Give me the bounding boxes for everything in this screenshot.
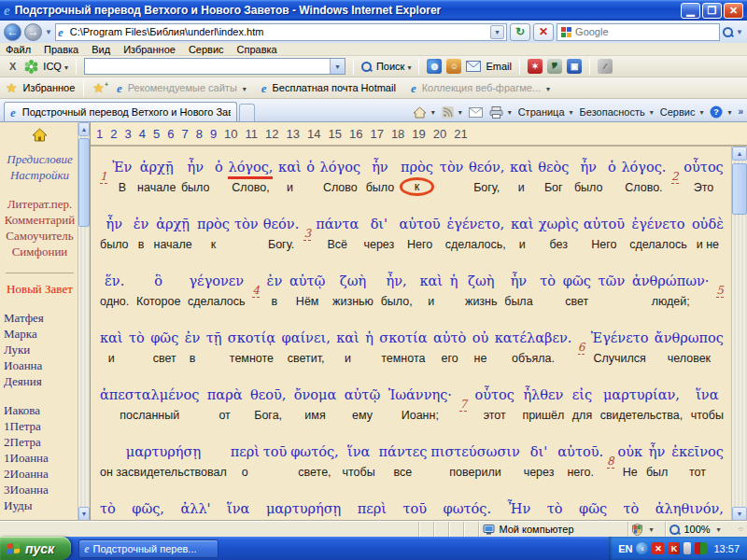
search-icon[interactable] <box>723 27 733 37</box>
sidebar-link[interactable]: Деяния <box>4 373 76 389</box>
sidebar-scrollbar[interactable]: ▲ ▼ <box>78 122 90 521</box>
sidebar-link[interactable]: Иакова <box>4 402 76 418</box>
scroll-down-icon[interactable]: ▼ <box>78 507 90 521</box>
favorites-link[interactable]: eКоллекция веб-фрагме... <box>408 82 553 94</box>
favorites-star-icon[interactable]: ★ <box>6 80 18 95</box>
sidebar-link[interactable]: Предисловие <box>4 151 76 167</box>
email-icon[interactable] <box>466 61 481 72</box>
menu-item[interactable]: Избранное <box>123 44 176 55</box>
add-favorite-icon[interactable]: ★+ <box>92 80 108 95</box>
start-button[interactable]: пуск <box>0 537 71 560</box>
verse-number-link[interactable]: 2 <box>671 170 679 184</box>
chapter-link[interactable]: 11 <box>246 127 259 141</box>
tray-circle-arrow-icon[interactable]: ‹ <box>636 542 648 554</box>
chapter-link[interactable]: 10 <box>224 127 237 141</box>
sidebar-link[interactable]: Комментарий <box>4 212 76 228</box>
email-button[interactable]: Email <box>486 61 512 72</box>
tray-antivirus-icon[interactable]: K <box>668 542 680 554</box>
sidebar-link[interactable]: 1Петра <box>4 418 76 434</box>
main-scroll-track[interactable] <box>732 161 747 507</box>
page-menu-button[interactable]: Страница <box>518 106 573 118</box>
scroll-up-icon[interactable]: ▲ <box>732 147 747 161</box>
chapter-link[interactable]: 6 <box>167 127 174 141</box>
favorites-link[interactable]: eБесплатная почта Hotmail <box>259 82 399 94</box>
taskbar-task-button[interactable]: e Подстрочный перев... <box>78 539 218 558</box>
back-button[interactable]: ← <box>4 23 21 41</box>
stop-button[interactable]: ✕ <box>533 23 554 41</box>
sidebar-link[interactable]: Марка <box>4 326 76 342</box>
chapter-link[interactable]: 18 <box>391 127 404 141</box>
sidebar-link[interactable]: Матфея <box>4 310 76 326</box>
chapter-link[interactable]: 13 <box>287 127 300 141</box>
search-input[interactable] <box>575 26 716 37</box>
sidebar-link[interactable]: Новый Завет <box>4 281 76 297</box>
tray-red-green-icon[interactable] <box>695 542 707 554</box>
verse-number-link[interactable]: 5 <box>716 284 724 298</box>
verse-number-link[interactable]: 7 <box>459 398 467 412</box>
minimize-button[interactable]: ▁ <box>681 3 700 19</box>
chapter-link[interactable]: 4 <box>139 127 146 141</box>
close-button[interactable]: ✕ <box>724 3 743 19</box>
sidebar-scroll-thumb[interactable] <box>78 138 90 227</box>
combo-dropdown-icon[interactable]: ▼ <box>330 59 345 74</box>
verse-number-link[interactable]: 3 <box>303 227 311 241</box>
chapter-link[interactable]: 19 <box>412 127 425 141</box>
read-mail-button[interactable] <box>469 107 483 118</box>
verse-number-link[interactable]: 1 <box>100 170 107 184</box>
main-scroll-thumb[interactable] <box>732 163 747 215</box>
sidebar-link[interactable]: Луки <box>4 342 76 357</box>
sidebar-link[interactable]: Симфонии <box>4 244 76 259</box>
menu-item[interactable]: Сервис <box>189 44 224 55</box>
chapter-link[interactable]: 15 <box>328 127 341 141</box>
security-menu-button[interactable]: Безопасность <box>580 106 654 118</box>
sidebar-link[interactable]: 3Иоанна <box>4 482 76 497</box>
tools-menu-button[interactable]: Сервис <box>660 106 704 118</box>
chapter-link[interactable]: 8 <box>196 127 203 141</box>
zipper-icon[interactable]: ⁄ <box>598 59 613 74</box>
menu-item[interactable]: Справка <box>237 44 277 55</box>
history-dropdown-icon[interactable]: ▼ <box>45 28 52 36</box>
favorites-link[interactable]: eРекомендуемые сайты <box>114 82 249 94</box>
language-indicator[interactable]: EN <box>618 543 632 554</box>
xtraz-icon[interactable]: ✶ <box>528 59 543 74</box>
sidebar-link[interactable]: Настройки <box>4 167 76 183</box>
people-search-icon[interactable]: ☺ <box>446 59 461 74</box>
chapter-link[interactable]: 16 <box>349 127 362 141</box>
chapter-link[interactable]: 17 <box>370 127 383 141</box>
web-globe-icon[interactable]: ◍ <box>427 59 442 74</box>
menu-item[interactable]: Файл <box>6 44 31 55</box>
sidebar-link[interactable]: Иуды <box>4 497 76 513</box>
sidebar-link[interactable]: Иоанна <box>4 357 76 373</box>
sidebar-home-icon[interactable] <box>32 128 48 142</box>
address-field[interactable]: e C:\Program Files\Библия\underl\index.h… <box>55 23 507 41</box>
toolbar-overflow-icon[interactable]: » <box>738 106 743 117</box>
menu-item[interactable]: Правка <box>44 44 78 55</box>
chapter-link[interactable]: 3 <box>124 127 131 141</box>
search-dropdown-icon[interactable]: ▼ <box>736 28 743 36</box>
tray-battery-icon[interactable] <box>684 542 691 554</box>
chapter-link[interactable]: 14 <box>307 127 320 141</box>
sidebar-link[interactable]: 2Иоанна <box>4 466 76 482</box>
menu-item[interactable]: Вид <box>92 44 110 55</box>
tray-red-x-icon[interactable]: ✕ <box>652 542 664 554</box>
scroll-up-icon[interactable]: ▲ <box>78 122 90 136</box>
new-tab-stub[interactable] <box>239 104 255 121</box>
feeds-button[interactable] <box>442 106 462 119</box>
verse-number-link[interactable]: 6 <box>578 341 585 355</box>
chapter-link[interactable]: 12 <box>265 127 278 141</box>
sidebar-scroll-track[interactable] <box>78 136 90 507</box>
toolbar-close-icon[interactable]: X <box>6 61 20 72</box>
icq-menu-button[interactable]: ICQ <box>43 61 68 72</box>
chapter-link[interactable]: 21 <box>454 127 467 141</box>
chapter-link[interactable]: 20 <box>433 127 446 141</box>
main-scrollbar[interactable]: ▲ ▼ <box>731 147 747 521</box>
chapter-link[interactable]: 2 <box>110 127 117 141</box>
zoom-button[interactable]: 100% <box>665 522 735 537</box>
favorites-button[interactable]: Избранное <box>23 82 76 93</box>
games-icon[interactable]: 🎔 <box>547 59 562 74</box>
chapter-link[interactable]: 7 <box>181 127 188 141</box>
verse-number-link[interactable]: 8 <box>607 455 614 469</box>
tab-active[interactable]: e Подстрочный перевод Ветхого и Нового З… <box>4 102 237 121</box>
taskbar-clock[interactable]: 13:57 <box>713 543 740 554</box>
maximize-button[interactable]: ❐ <box>702 3 722 19</box>
